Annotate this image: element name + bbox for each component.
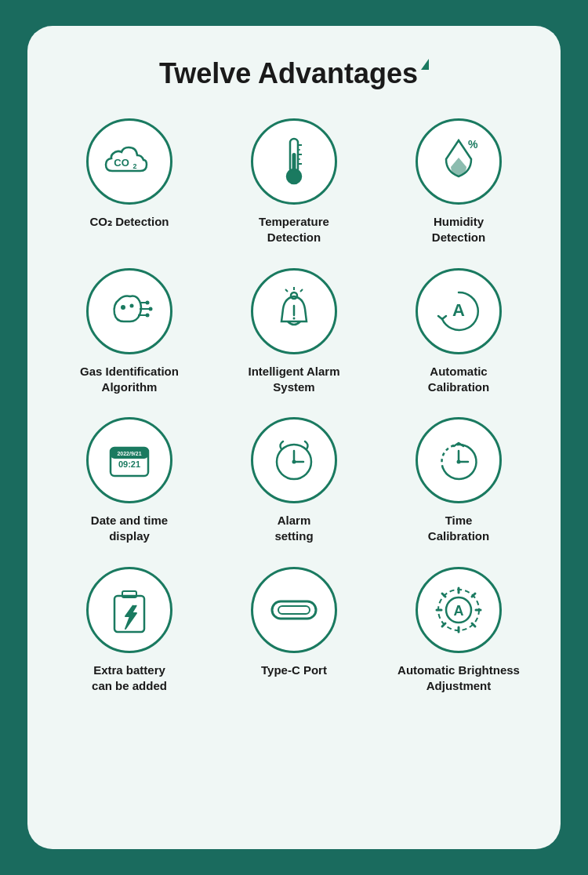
item-co2: CO 2 CO₂ Detection xyxy=(51,118,208,246)
auto-cal-icon: A xyxy=(432,285,485,338)
datetime-icon-circle: 2022/9/21 09:21 xyxy=(86,417,172,503)
time-cal-icon xyxy=(432,434,485,487)
gas-label: Gas IdentificationAlgorithm xyxy=(80,364,179,396)
item-brightness: A Automatic BrightnessAdjustment xyxy=(380,567,537,695)
svg-point-35 xyxy=(292,460,296,464)
svg-line-23 xyxy=(300,289,303,292)
item-auto-cal: A AutomaticCalibration xyxy=(380,268,537,396)
alarm-label: Intelligent AlarmSystem xyxy=(249,364,340,396)
item-temperature: TemperatureDetection xyxy=(216,118,372,246)
svg-point-20 xyxy=(130,303,134,307)
svg-line-24 xyxy=(285,289,288,292)
item-typec: Type-C Port xyxy=(216,567,372,695)
auto-cal-icon-circle: A xyxy=(416,268,502,354)
humidity-icon-circle: % xyxy=(416,118,502,205)
svg-point-19 xyxy=(121,305,125,310)
svg-point-26 xyxy=(292,318,295,320)
time-cal-label: TimeCalibration xyxy=(428,513,489,545)
svg-point-4 xyxy=(287,169,301,183)
svg-text:2022/9/21: 2022/9/21 xyxy=(117,451,141,456)
humidity-icon: % xyxy=(435,134,482,189)
item-humidity: % HumidityDetection xyxy=(380,118,537,246)
advantages-grid: CO 2 CO₂ Detection xyxy=(51,118,537,694)
svg-text:%: % xyxy=(468,138,478,151)
temperature-icon xyxy=(274,134,314,189)
svg-text:CO: CO xyxy=(114,157,129,169)
co2-icon: CO 2 xyxy=(101,138,158,185)
battery-icon-circle xyxy=(86,567,172,653)
datetime-label: Date and timedisplay xyxy=(91,513,168,545)
temperature-icon-circle xyxy=(251,118,337,205)
alarm-icon-circle xyxy=(251,268,337,354)
alarm-setting-icon-circle xyxy=(251,417,337,503)
datetime-icon: 2022/9/21 09:21 xyxy=(103,434,156,487)
brightness-icon: A xyxy=(432,583,485,637)
item-alarm-setting: Alarmsetting xyxy=(216,417,372,545)
co2-icon-circle: CO 2 xyxy=(86,118,172,205)
alarm-setting-label: Alarmsetting xyxy=(274,513,313,545)
co2-label: CO₂ Detection xyxy=(89,214,169,230)
svg-rect-42 xyxy=(278,606,310,614)
typec-icon xyxy=(267,590,321,630)
item-time-cal: TimeCalibration xyxy=(380,417,537,545)
svg-point-38 xyxy=(457,460,461,464)
gas-icon-circle xyxy=(86,268,172,354)
time-cal-icon-circle xyxy=(416,417,502,503)
title-section: Twelve Advantages xyxy=(159,57,429,90)
typec-label: Type-C Port xyxy=(261,663,327,678)
auto-cal-label: AutomaticCalibration xyxy=(428,364,489,396)
humidity-label: HumidityDetection xyxy=(432,214,485,246)
svg-text:A: A xyxy=(452,300,465,320)
alarm-setting-icon xyxy=(267,434,321,487)
temperature-label: TemperatureDetection xyxy=(259,214,329,246)
page-title: Twelve Advantages xyxy=(159,57,418,90)
alarm-icon xyxy=(269,285,320,336)
brightness-icon-circle: A xyxy=(416,567,502,653)
main-card: Twelve Advantages CO 2 CO₂ Detection xyxy=(27,26,561,849)
svg-point-16 xyxy=(146,313,150,317)
brightness-label: Automatic BrightnessAdjustment xyxy=(397,663,520,695)
item-gas: Gas IdentificationAlgorithm xyxy=(51,268,208,396)
svg-text:09:21: 09:21 xyxy=(118,459,140,469)
battery-label: Extra batterycan be added xyxy=(92,663,167,695)
item-datetime: 2022/9/21 09:21 Date and timedisplay xyxy=(51,417,208,545)
svg-text:A: A xyxy=(454,603,464,619)
item-battery: Extra batterycan be added xyxy=(51,567,208,695)
title-decoration xyxy=(421,59,429,70)
battery-icon xyxy=(108,583,151,637)
item-alarm: Intelligent AlarmSystem xyxy=(216,268,372,396)
typec-icon-circle xyxy=(251,567,337,653)
svg-text:2: 2 xyxy=(132,162,136,170)
gas-icon xyxy=(102,284,157,339)
